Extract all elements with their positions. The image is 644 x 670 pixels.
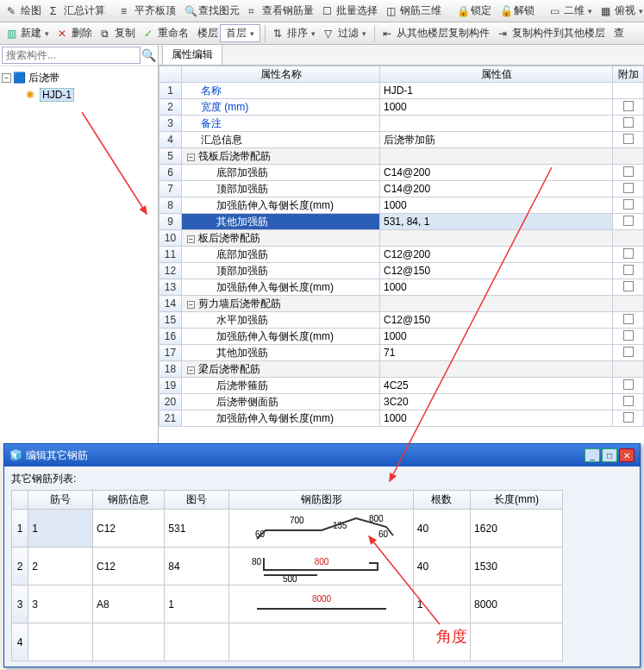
tb-align-slab[interactable]: ≡平齐板顶 [117,2,179,20]
checkbox[interactable] [623,281,634,291]
rebar-row[interactable]: 3 3 A8 1 8000 1 8000 [12,585,563,623]
prop-row[interactable]: 15水平加强筋C12@150 [159,312,644,329]
prop-add[interactable] [613,378,644,394]
checkbox[interactable] [623,183,634,193]
prop-value[interactable]: HJD-1 [380,83,613,99]
expand-icon[interactable]: − [187,366,195,374]
rebar-id[interactable] [28,623,93,661]
prop-value[interactable] [380,230,613,247]
prop-value[interactable]: 71 [380,345,613,361]
expand-icon[interactable]: − [187,153,195,161]
prop-value[interactable]: 1000 [380,329,613,345]
tb-lock[interactable]: 🔒锁定 [453,2,495,20]
prop-add[interactable] [613,197,644,214]
prop-add[interactable] [613,99,644,116]
prop-value[interactable]: 1000 [380,99,613,116]
checkbox[interactable] [623,265,634,275]
prop-value[interactable] [380,148,613,165]
checkbox[interactable] [623,314,634,324]
rebar-tu[interactable]: 531 [165,510,229,548]
rebar-shape[interactable] [229,623,414,661]
checkbox[interactable] [623,330,634,341]
rebar-shape[interactable]: 80 800 500 [229,548,414,585]
tb-unlock[interactable]: 🔓解锁 [497,2,538,20]
prop-row[interactable]: 16加强筋伸入每侧长度(mm)1000 [159,329,644,345]
tb-batch-select[interactable]: ☐批量选择 [319,2,381,20]
prop-add[interactable] [613,296,644,312]
rebar-tu[interactable]: 1 [165,585,229,623]
floor-select[interactable]: 首层 [220,24,260,42]
prop-name[interactable]: 加强筋伸入每侧长度(mm) [182,410,380,427]
checkbox[interactable] [623,166,634,177]
checkbox[interactable] [623,396,634,406]
rebar-tu[interactable]: 84 [165,548,229,585]
checkbox[interactable] [623,101,634,111]
rebar-row[interactable]: 4 [12,623,563,661]
checkbox[interactable] [623,199,634,210]
prop-row[interactable]: 21加强筋伸入每侧长度(mm)1000 [159,410,644,427]
prop-add[interactable] [613,148,644,165]
rebar-h-tu[interactable]: 图号 [165,491,229,510]
prop-add[interactable] [613,165,644,181]
prop-name[interactable]: 加强筋伸入每侧长度(mm) [182,197,380,214]
prop-row[interactable]: 7顶部加强筋C14@200 [159,181,644,197]
prop-name[interactable]: 宽度 (mm) [182,99,380,116]
prop-row[interactable]: 8加强筋伸入每侧长度(mm)1000 [159,197,644,214]
prop-value[interactable]: C12@150 [380,312,613,329]
rebar-id[interactable]: 3 [28,585,93,623]
tb-more[interactable]: 查 [610,24,628,42]
prop-row[interactable]: 17其他加强筋71 [159,345,644,361]
rebar-h-len[interactable]: 长度(mm) [471,491,563,510]
prop-name[interactable]: −筏板后浇带配筋 [182,148,380,165]
prop-value[interactable]: C14@200 [380,181,613,197]
rebar-len[interactable] [471,623,563,661]
prop-add[interactable] [613,410,644,427]
prop-row[interactable]: 1名称HJD-1 [159,83,644,99]
checkbox[interactable] [623,347,634,357]
prop-value[interactable]: 1000 [380,197,613,214]
expand-icon[interactable]: − [187,301,195,309]
prop-name[interactable]: 后浇带侧面筋 [182,394,380,410]
rebar-row[interactable]: 2 2 C12 84 80 800 500 40 1530 [12,548,563,585]
prop-row[interactable]: 2宽度 (mm)1000 [159,99,644,116]
rebar-h-info[interactable]: 钢筋信息 [93,491,165,510]
prop-add[interactable] [613,181,644,197]
close-button[interactable]: ✕ [619,448,635,462]
prop-value[interactable]: 后浇带加筋 [380,132,613,148]
checkbox[interactable] [623,379,634,390]
prop-name[interactable]: 加强筋伸入每侧长度(mm) [182,279,380,296]
rebar-shape[interactable]: 60 700 135 800 60 [229,510,414,548]
prop-row[interactable]: 19后浇带箍筋4C25 [159,378,644,394]
tb-rename[interactable]: ✓重命名 [141,24,192,42]
prop-value[interactable]: 3C20 [380,394,613,410]
rebar-len[interactable]: 1620 [471,510,563,548]
prop-row[interactable]: 10−板后浇带配筋 [159,230,644,247]
prop-row[interactable]: 5−筏板后浇带配筋 [159,148,644,165]
rebar-gen[interactable]: 1 [413,585,470,623]
prop-name[interactable]: 顶部加强筋 [182,263,380,279]
prop-add[interactable] [613,132,644,148]
prop-row[interactable]: 18−梁后浇带配筋 [159,361,644,378]
search-button[interactable]: 🔍 [141,48,156,62]
rebar-len[interactable]: 1530 [471,548,563,585]
collapse-icon[interactable]: − [2,73,11,83]
prop-value[interactable]: C12@150 [380,263,613,279]
prop-row[interactable]: 12顶部加强筋C12@150 [159,263,644,279]
tree-root[interactable]: − 🟦 后浇带 [2,70,156,85]
checkbox[interactable] [623,248,634,259]
search-input[interactable] [2,47,141,64]
tb-2d[interactable]: ▭二维 [547,2,596,20]
prop-name[interactable]: 顶部加强筋 [182,181,380,197]
prop-add[interactable] [613,345,644,361]
rebar-h-shape[interactable]: 钢筋图形 [229,491,414,510]
tb-delete[interactable]: ✕删除 [54,24,96,42]
prop-name[interactable]: −梁后浇带配筋 [182,361,380,378]
prop-row[interactable]: 20后浇带侧面筋3C20 [159,394,644,410]
prop-name[interactable]: 其他加强筋 [182,345,380,361]
checkbox[interactable] [623,216,634,226]
prop-row[interactable]: 13加强筋伸入每侧长度(mm)1000 [159,279,644,296]
prop-add[interactable] [613,214,644,230]
prop-name[interactable]: 底部加强筋 [182,247,380,263]
tb-draw[interactable]: ✎绘图 [3,2,45,20]
prop-row[interactable]: 4汇总信息后浇带加筋 [159,132,644,148]
